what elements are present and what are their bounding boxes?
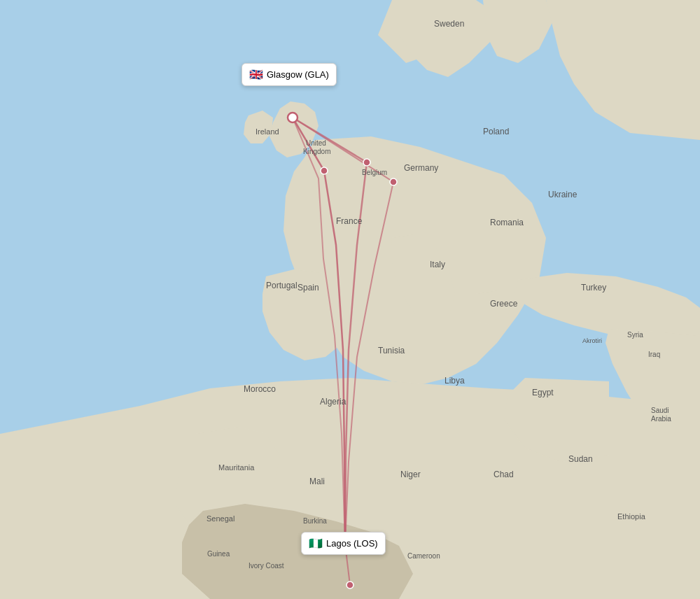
turkey-label: Turkey (581, 283, 606, 293)
senegal-label: Senegal (206, 514, 234, 523)
cameroon-label: Cameroon (407, 552, 440, 560)
sweden-label: Sweden (434, 19, 464, 29)
lagos-airport-text: Lagos (LOS) (326, 538, 378, 549)
ethiopia-label: Ethiopia (617, 512, 646, 521)
lagos-airport-label: 🇳🇬 Lagos (LOS) (301, 532, 386, 555)
svg-point-1 (288, 113, 298, 122)
morocco-label: Morocco (244, 384, 276, 394)
burkina-label: Burkina (303, 517, 327, 525)
algeria-label: Algeria (320, 397, 346, 407)
nigeria-flag-icon: 🇳🇬 (309, 537, 323, 550)
syria-label: Syria (627, 331, 643, 339)
greece-label: Greece (490, 299, 518, 309)
akrotiri-label: Akrotiri (582, 337, 602, 344)
iraq-label: Iraq (648, 351, 660, 358)
tunisia-label: Tunisia (378, 346, 405, 355)
saudi-label2: Arabia (651, 415, 671, 423)
svg-point-6 (346, 582, 354, 589)
france-label: France (336, 216, 363, 226)
ivory-coast-label: Ivory Coast (248, 562, 284, 570)
spain-label: Spain (298, 283, 319, 293)
ireland-label: Ireland (255, 127, 279, 136)
germany-label: Germany (404, 163, 438, 173)
mali-label: Mali (309, 477, 325, 486)
glasgow-airport-text: Glasgow (GLA) (267, 69, 329, 80)
mauritania-label: Mauritania (218, 463, 255, 472)
sudan-label: Sudan (568, 454, 593, 464)
portugal-label: Portugal (266, 281, 298, 290)
uk-flag-icon: 🇬🇧 (249, 68, 263, 81)
chad-label: Chad (493, 470, 514, 479)
libya-label: Libya (444, 376, 465, 386)
svg-point-3 (363, 159, 370, 166)
ukraine-label: Ukraine (548, 190, 578, 199)
egypt-label: Egypt (532, 388, 554, 397)
romania-label: Romania (490, 218, 524, 227)
uk-label2: Kingdom (303, 148, 330, 155)
svg-point-2 (321, 167, 328, 174)
italy-label: Italy (430, 260, 445, 269)
glasgow-airport-label: 🇬🇧 Glasgow (GLA) (241, 63, 337, 86)
belgium-label: Belgium (362, 169, 387, 176)
map-container: Sweden Ireland United Kingdom Belgium Ge… (0, 0, 700, 599)
uk-label: United (306, 139, 326, 147)
saudi-label: Saudi (651, 407, 669, 414)
poland-label: Poland (483, 127, 509, 136)
svg-point-4 (390, 178, 397, 185)
niger-label: Niger (400, 470, 421, 479)
guinea-label: Guinea (207, 550, 230, 558)
